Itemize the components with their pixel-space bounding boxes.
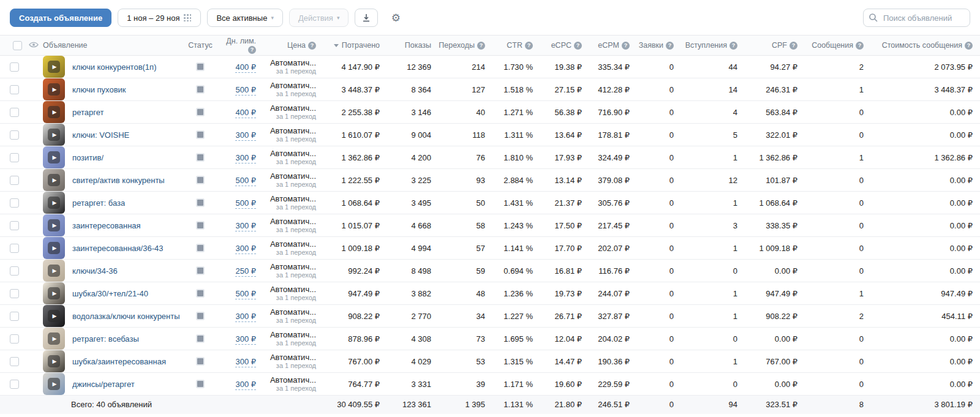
ad-name-link[interactable]: ключи/34-36 xyxy=(72,266,118,276)
row-checkbox[interactable] xyxy=(10,130,19,140)
ad-name-link[interactable]: шубка/30/+тел/21-40 xyxy=(72,289,148,298)
column-joins[interactable]: Вступления? xyxy=(681,36,745,56)
row-checkbox[interactable] xyxy=(10,312,19,321)
day-limit-value[interactable]: 250 ₽ xyxy=(235,266,256,277)
date-range-button[interactable]: 1 ноя – 29 ноя xyxy=(118,9,201,27)
day-limit-value[interactable]: 300 ₽ xyxy=(235,153,256,163)
help-icon[interactable]: ? xyxy=(308,42,316,50)
ad-name-link[interactable]: ретрагет: всебазы xyxy=(72,334,139,344)
price-cell[interactable]: Автоматич... за 1 переход xyxy=(263,328,323,350)
ad-thumbnail[interactable]: ▶ xyxy=(43,260,65,282)
ad-name-link[interactable]: ретаргет xyxy=(72,108,104,117)
day-limit-value[interactable]: 500 ₽ xyxy=(235,289,256,299)
ad-name-link[interactable]: ключи пуховик xyxy=(72,85,126,94)
ad-thumbnail[interactable]: ▶ xyxy=(43,146,65,168)
price-cell[interactable]: Автоматич... за 1 переход xyxy=(263,237,323,260)
help-icon[interactable]: ? xyxy=(525,42,533,50)
search-input[interactable] xyxy=(863,9,970,27)
column-messages[interactable]: Сообщения? xyxy=(805,36,871,56)
day-limit-value[interactable]: 400 ₽ xyxy=(235,108,256,118)
price-cell[interactable]: Автоматич... за 1 переход xyxy=(263,146,323,169)
column-clicks[interactable]: Переходы? xyxy=(439,36,492,56)
ad-thumbnail[interactable]: ▶ xyxy=(43,350,65,372)
ad-name-link[interactable]: заинтересованная xyxy=(72,221,141,230)
column-ad[interactable]: Объявление xyxy=(43,36,181,56)
help-icon[interactable]: ? xyxy=(622,42,630,50)
ad-thumbnail[interactable]: ▶ xyxy=(43,282,65,304)
ad-name-link[interactable]: джинсы/ретаргет xyxy=(72,380,135,389)
ad-name-link[interactable]: водолазка/ключи конкуренты xyxy=(72,312,180,321)
day-limit-value[interactable]: 300 ₽ xyxy=(235,312,256,322)
ad-name-link[interactable]: свитер/актив конкуренты xyxy=(72,176,165,185)
row-checkbox[interactable] xyxy=(10,108,19,117)
ad-name-link[interactable]: ключи: VOISHE xyxy=(72,130,129,140)
row-checkbox[interactable] xyxy=(10,198,19,208)
help-icon[interactable]: ? xyxy=(477,42,485,50)
column-msg-cost[interactable]: Стоимость сообщения? xyxy=(871,36,980,56)
price-cell[interactable]: Автоматич... за 1 переход xyxy=(263,78,323,101)
row-checkbox[interactable] xyxy=(10,289,19,298)
help-icon[interactable]: ? xyxy=(965,42,973,50)
help-icon[interactable]: ? xyxy=(248,46,256,54)
column-cpf[interactable]: CPF? xyxy=(745,36,805,56)
ad-thumbnail[interactable]: ▶ xyxy=(43,124,65,146)
ad-name-link[interactable]: ключи конкурентов(1п) xyxy=(72,62,156,72)
column-apps[interactable]: Заявки? xyxy=(637,36,681,56)
ad-thumbnail[interactable]: ▶ xyxy=(43,305,65,327)
ad-thumbnail[interactable]: ▶ xyxy=(43,237,65,259)
row-checkbox[interactable] xyxy=(10,380,19,389)
column-spent[interactable]: Потрачено xyxy=(323,36,387,56)
ad-thumbnail[interactable]: ▶ xyxy=(43,192,65,214)
day-limit-value[interactable]: 400 ₽ xyxy=(235,62,256,73)
column-ecpm[interactable]: eCPM? xyxy=(589,36,637,56)
price-cell[interactable]: Автоматич... за 1 переход xyxy=(263,350,323,373)
day-limit-value[interactable]: 500 ₽ xyxy=(235,198,256,209)
row-checkbox[interactable] xyxy=(10,153,19,162)
help-icon[interactable]: ? xyxy=(574,42,582,50)
create-ad-button[interactable]: Создать объявление xyxy=(10,9,111,27)
day-limit-value[interactable]: 300 ₽ xyxy=(235,221,256,231)
ad-name-link[interactable]: шубка/заинтересованная xyxy=(72,357,166,366)
row-checkbox[interactable] xyxy=(10,85,19,94)
price-cell[interactable]: Автоматич... за 1 переход xyxy=(263,192,323,214)
price-cell[interactable]: Автоматич... за 1 переход xyxy=(263,101,323,124)
help-icon[interactable]: ? xyxy=(729,42,737,50)
row-checkbox[interactable] xyxy=(10,334,19,344)
row-checkbox[interactable] xyxy=(10,221,19,230)
day-limit-value[interactable]: 300 ₽ xyxy=(235,334,256,345)
ad-thumbnail[interactable]: ▶ xyxy=(43,56,65,78)
eye-icon[interactable] xyxy=(29,41,39,48)
ad-thumbnail[interactable]: ▶ xyxy=(43,169,65,191)
help-icon[interactable]: ? xyxy=(790,42,797,50)
row-checkbox[interactable] xyxy=(10,62,19,72)
ad-thumbnail[interactable]: ▶ xyxy=(43,78,65,100)
price-cell[interactable]: Автоматич... за 1 переход xyxy=(263,124,323,146)
price-cell[interactable]: Автоматич... за 1 переход xyxy=(263,373,323,396)
day-limit-value[interactable]: 300 ₽ xyxy=(235,244,256,254)
ad-name-link[interactable]: заинтересованная/36-43 xyxy=(72,244,163,253)
price-cell[interactable]: Автоматич... за 1 переход xyxy=(263,260,323,282)
column-status[interactable]: Статус xyxy=(181,36,219,56)
ad-name-link[interactable]: позитив/ xyxy=(72,153,104,162)
ad-thumbnail[interactable]: ▶ xyxy=(43,328,65,350)
settings-button[interactable]: ⚙ xyxy=(384,9,407,27)
select-all-checkbox[interactable] xyxy=(13,41,22,50)
ad-thumbnail[interactable]: ▶ xyxy=(43,373,65,395)
column-price[interactable]: Цена? xyxy=(263,36,323,56)
row-checkbox[interactable] xyxy=(10,244,19,253)
status-filter-dropdown[interactable]: Все активные ▾ xyxy=(207,9,282,27)
ad-thumbnail[interactable]: ▶ xyxy=(43,101,65,123)
export-button[interactable] xyxy=(355,9,378,27)
column-ecpc[interactable]: eCPC? xyxy=(540,36,589,56)
day-limit-value[interactable]: 500 ₽ xyxy=(235,176,256,186)
ad-name-link[interactable]: ретаргет: база xyxy=(72,198,125,208)
column-day-limit[interactable]: Дн. лим.? xyxy=(219,36,263,56)
day-limit-value[interactable]: 300 ₽ xyxy=(235,380,256,390)
price-cell[interactable]: Автоматич... за 1 переход xyxy=(263,305,323,328)
price-cell[interactable]: Автоматич... за 1 переход xyxy=(263,214,323,237)
day-limit-value[interactable]: 300 ₽ xyxy=(235,130,256,141)
day-limit-value[interactable]: 500 ₽ xyxy=(235,85,256,96)
price-cell[interactable]: Автоматич... за 1 переход xyxy=(263,169,323,192)
ad-thumbnail[interactable]: ▶ xyxy=(43,214,65,236)
column-shows[interactable]: Показы xyxy=(387,36,439,56)
